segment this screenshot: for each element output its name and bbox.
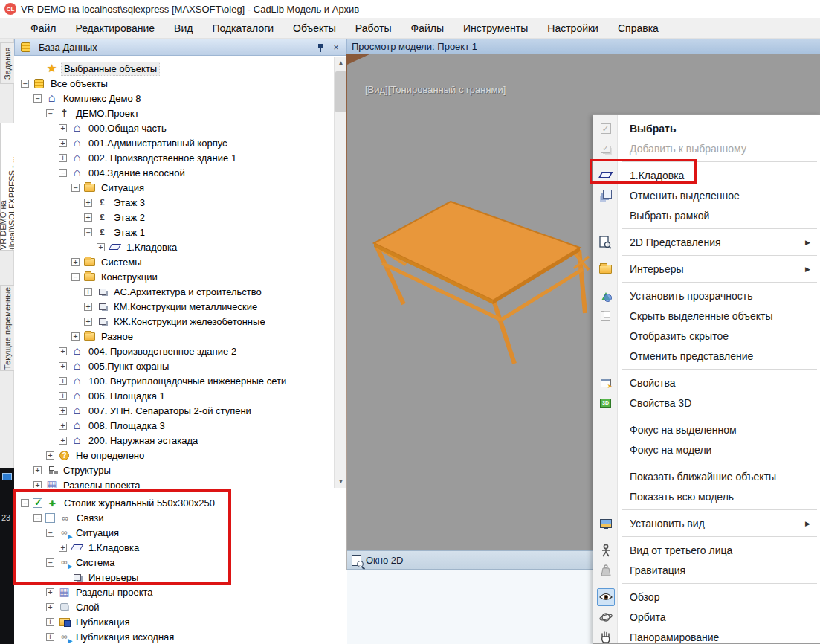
context-menu-item[interactable]: Гравитация: [593, 560, 820, 580]
expander-minus-icon[interactable]: −: [33, 514, 42, 522]
expander-plus-icon[interactable]: +: [59, 154, 67, 162]
context-menu-item[interactable]: 1.Кладовка: [593, 165, 820, 185]
context-menu-item[interactable]: Отобразить скрытое: [593, 326, 820, 346]
side-tab-current-variables[interactable]: Текущие переменные: [0, 285, 14, 371]
tree-item[interactable]: −⌂Комплекс Демо 8: [15, 91, 334, 106]
tree-item[interactable]: +▦Разделы проекта: [15, 477, 334, 488]
expander-minus-icon[interactable]: −: [46, 529, 54, 537]
expander-plus-icon[interactable]: +: [84, 213, 92, 222]
context-menu-item[interactable]: 3DСвойства 3D: [593, 393, 820, 413]
checkbox-unchecked[interactable]: [45, 513, 55, 523]
expander-minus-icon[interactable]: −: [46, 558, 54, 567]
expander-plus-icon[interactable]: +: [59, 437, 67, 445]
side-tab-vrdemo[interactable]: VR DEMO на (local)\SQLEXPRESS - ...: [0, 123, 14, 251]
menu-4[interactable]: Объекты: [283, 19, 346, 37]
tree-item[interactable]: −†ДЕМО.Проект: [15, 106, 334, 120]
tree-item[interactable]: +АС.Архитектура и строительство: [15, 284, 334, 299]
checkbox-checked[interactable]: [33, 498, 42, 508]
tree-item[interactable]: +⌂006. Площадка 1: [15, 388, 334, 403]
expander-plus-icon[interactable]: +: [46, 633, 54, 641]
menu-1[interactable]: Редактирование: [65, 19, 164, 37]
expander-plus-icon[interactable]: +: [84, 199, 92, 207]
tree-item[interactable]: +⌂002. Производственное здание 1: [15, 150, 334, 165]
tree-item[interactable]: −₤Этаж 1: [15, 225, 334, 239]
expander-minus-icon[interactable]: −: [71, 273, 80, 281]
expander-plus-icon[interactable]: +: [59, 392, 67, 400]
expander-plus-icon[interactable]: +: [84, 288, 92, 296]
tree-item[interactable]: +Разное: [15, 329, 334, 344]
context-menu-item[interactable]: Свойства: [593, 373, 820, 393]
context-menu-item[interactable]: Орбита: [593, 607, 820, 627]
expander-plus-icon[interactable]: +: [33, 481, 42, 489]
menu-9[interactable]: Справка: [608, 19, 668, 37]
expander-plus-icon[interactable]: +: [71, 332, 80, 341]
menu-7[interactable]: Инструменты: [453, 19, 537, 37]
menu-5[interactable]: Работы: [346, 19, 401, 37]
menu-8[interactable]: Настройки: [537, 19, 608, 37]
context-menu-item[interactable]: ✓Выбрать: [593, 118, 820, 138]
expander-minus-icon[interactable]: −: [21, 499, 29, 507]
tree-item[interactable]: +КЖ.Конструкции железобетонные: [15, 314, 334, 329]
tree-item[interactable]: −Конструкции: [15, 269, 334, 284]
expander-plus-icon[interactable]: +: [59, 544, 67, 552]
expander-plus-icon[interactable]: +: [59, 139, 67, 147]
tree-item[interactable]: +?Не определено: [15, 448, 334, 463]
tree-item[interactable]: −∞Ситуация: [15, 525, 346, 540]
context-menu-item[interactable]: Фокус на модели: [593, 439, 820, 460]
context-menu-item[interactable]: 2D Представления▶: [593, 232, 820, 252]
pin-icon[interactable]: [314, 42, 326, 54]
context-menu-item[interactable]: Панорамирование: [593, 627, 820, 644]
tree-item[interactable]: +∞Публикация исходная: [15, 629, 346, 644]
tree-item[interactable]: −∞Связи: [15, 510, 346, 525]
tree-item[interactable]: +КМ.Конструкции металлические: [15, 299, 334, 314]
tree-item[interactable]: −+Столик журнальный 550x300x250: [15, 495, 346, 510]
tree-item[interactable]: −⌂004.Здание насосной: [15, 165, 334, 180]
side-tab-tasks[interactable]: Задания: [0, 42, 14, 84]
expander-plus-icon[interactable]: +: [59, 407, 67, 415]
expander-plus-icon[interactable]: +: [84, 303, 92, 311]
tree-item[interactable]: +1.Кладовка: [15, 239, 334, 254]
menu-2[interactable]: Вид: [164, 19, 202, 37]
tree-item[interactable]: +⌂000.Общая часть: [15, 120, 334, 135]
context-menu-item[interactable]: Отменить выделенное: [593, 185, 820, 205]
tree-item[interactable]: +Публикация: [15, 614, 346, 629]
context-menu-item[interactable]: Установить вид▶: [593, 513, 820, 533]
tree-item[interactable]: +⌂004. Производственное здание 2: [15, 344, 334, 358]
expander-plus-icon[interactable]: +: [84, 318, 92, 326]
tree-item[interactable]: +▦Разделы проекта: [15, 585, 346, 599]
expander-plus-icon[interactable]: +: [33, 466, 42, 474]
context-menu-item[interactable]: Обзор: [593, 587, 820, 607]
context-menu-item[interactable]: Фокус на выделенном: [593, 419, 820, 439]
tree-item[interactable]: +★Выбранные объекты: [15, 61, 334, 76]
tree-scrollbar[interactable]: ▲ ▼: [334, 57, 346, 488]
expander-plus-icon[interactable]: +: [46, 618, 54, 626]
tree-item[interactable]: +⌂001.Административный корпус: [15, 135, 334, 150]
tree-item[interactable]: +⌂200. Наружная эстакада: [15, 433, 334, 448]
expander-plus-icon[interactable]: +: [59, 124, 67, 132]
context-menu-item[interactable]: Выбрать рамкой: [593, 205, 820, 225]
tree-item[interactable]: +⌂005.Пункт охраны: [15, 358, 334, 373]
expander-plus-icon[interactable]: +: [46, 588, 54, 596]
tree-item[interactable]: +Структуры: [15, 463, 334, 477]
expander-minus-icon[interactable]: −: [46, 109, 54, 117]
expander-minus-icon[interactable]: −: [71, 184, 80, 192]
tree-item[interactable]: +⌂100. Внутриплощадочные инженерные сети: [15, 373, 334, 388]
context-menu-item[interactable]: Отменить представление: [593, 346, 820, 366]
tree-item[interactable]: +₤Этаж 2: [15, 210, 334, 225]
expander-plus-icon[interactable]: +: [59, 347, 67, 355]
tree-item[interactable]: +1.Кладовка: [15, 540, 346, 555]
expander-minus-icon[interactable]: −: [33, 94, 42, 103]
tree-item[interactable]: +⌂008. Площадка 3: [15, 418, 334, 433]
expander-minus-icon[interactable]: −: [84, 228, 92, 236]
tree-item[interactable]: +⌂007. УПН. Сепараторы 2-ой ступени: [15, 403, 334, 418]
tree-item[interactable]: +Интерьеры: [15, 570, 346, 585]
expander-plus-icon[interactable]: +: [59, 362, 67, 370]
expander-plus-icon[interactable]: +: [59, 422, 67, 430]
tree-item[interactable]: −Ситуация: [15, 180, 334, 195]
context-menu-item[interactable]: Скрыть выделенные объекты: [593, 306, 820, 326]
expander-minus-icon[interactable]: −: [59, 169, 67, 177]
context-menu-item[interactable]: Показать всю модель: [593, 486, 820, 506]
expander-plus-icon[interactable]: +: [97, 243, 105, 251]
tree-item[interactable]: +Слой: [15, 599, 346, 614]
expander-plus-icon[interactable]: +: [71, 258, 80, 266]
